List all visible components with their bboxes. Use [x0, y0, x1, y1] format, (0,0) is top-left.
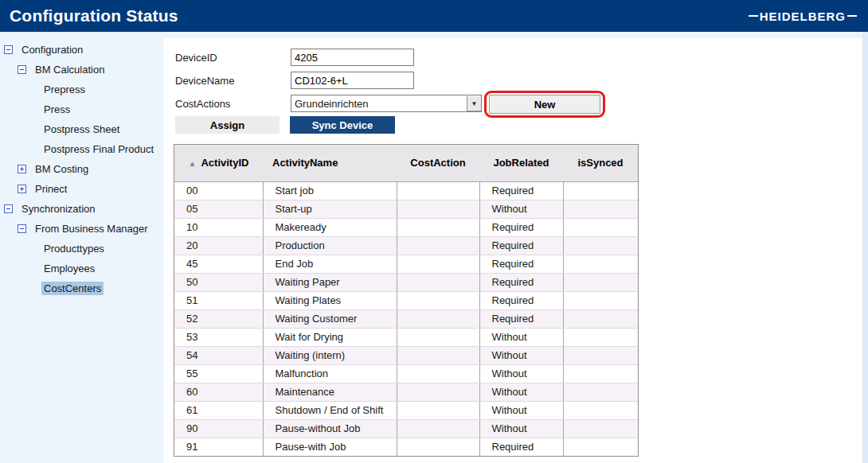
- combo-dropdown-arrow-icon[interactable]: ▼: [467, 95, 481, 111]
- table-cell: 91: [174, 438, 263, 456]
- table-cell: [563, 346, 638, 364]
- table-row[interactable]: 55MalfunctionWithout: [174, 364, 638, 383]
- table-row[interactable]: 52Waiting CustomerRequired: [174, 309, 638, 328]
- table-row[interactable]: 53Wait for DryingWithout: [174, 328, 638, 346]
- logo-text: HEIDELBERG: [760, 10, 846, 23]
- table-row[interactable]: 51Waiting PlatesRequired: [174, 291, 638, 309]
- activities-table: ▲ActivityID ActivityName CostAction JobR…: [174, 144, 639, 457]
- device-id-input[interactable]: [291, 49, 414, 66]
- table-cell: 51: [174, 291, 263, 309]
- tree-item-label: Postpress Sheet: [41, 123, 122, 136]
- sidebar-item-postpress-final-product[interactable]: Postpress Final Product: [0, 139, 163, 159]
- sidebar-item-configuration[interactable]: Configuration: [0, 40, 163, 60]
- tree-item-label: CostCenters: [41, 282, 104, 295]
- collapse-minus-icon[interactable]: [4, 204, 13, 213]
- collapse-minus-icon[interactable]: [4, 45, 13, 54]
- table-cell: Required: [479, 273, 563, 291]
- table-cell: 54: [174, 346, 263, 364]
- collapse-minus-icon[interactable]: [18, 224, 26, 233]
- table-cell: [563, 200, 638, 218]
- table-row[interactable]: 91Pause-with JobRequired: [174, 438, 638, 456]
- expand-plus-icon[interactable]: [18, 185, 26, 193]
- sidebar-item-bm-costing[interactable]: BM Costing: [0, 159, 163, 179]
- column-header-activity-name[interactable]: ActivityName: [263, 145, 397, 181]
- table-cell: [397, 419, 479, 438]
- table-cell: Required: [479, 218, 563, 236]
- table-cell: [563, 328, 638, 346]
- sidebar-item-costcenters[interactable]: CostCenters: [0, 278, 163, 298]
- table-row[interactable]: 20ProductionRequired: [174, 236, 638, 255]
- table-cell: [563, 309, 638, 328]
- table-row[interactable]: 90Pause-without JobWithout: [174, 419, 638, 438]
- table-cell: Waiting Customer: [263, 309, 397, 328]
- table-cell: [397, 218, 479, 236]
- table-cell: Waiting Plates: [263, 291, 397, 309]
- sidebar-item-from-business-manager[interactable]: From Business Manager: [0, 219, 163, 239]
- table-cell: Maintenance: [263, 383, 397, 401]
- sidebar-item-press[interactable]: Press: [0, 99, 163, 119]
- device-name-input[interactable]: [291, 72, 414, 89]
- table-cell: [397, 383, 479, 401]
- page-title: Configuration Status: [10, 6, 178, 25]
- collapse-minus-icon[interactable]: [18, 65, 26, 74]
- table-cell: [563, 255, 638, 273]
- device-name-label: DeviceName: [175, 75, 234, 87]
- table-cell: [397, 328, 479, 346]
- table-row[interactable]: 45End JobRequired: [174, 255, 638, 273]
- table-cell: 45: [174, 255, 263, 273]
- table-row[interactable]: 05Start-upWithout: [174, 200, 638, 218]
- table-row[interactable]: 50Waiting PaperRequired: [174, 273, 638, 291]
- expand-plus-icon[interactable]: [18, 165, 26, 173]
- column-header-activity-id[interactable]: ▲ActivityID: [174, 145, 263, 181]
- sidebar-item-prepress[interactable]: Prepress: [0, 80, 163, 99]
- heidelberg-logo: HEIDELBERG: [749, 10, 857, 23]
- table-cell: 20: [174, 236, 263, 255]
- column-header-job-related[interactable]: JobRelated: [479, 145, 563, 181]
- table-cell: [563, 218, 638, 236]
- sidebar-item-employees[interactable]: Employees: [0, 259, 163, 278]
- table-cell: Required: [479, 291, 563, 309]
- table-cell: Pause-with Job: [263, 438, 397, 456]
- table-row[interactable]: 60MaintenanceWithout: [174, 383, 638, 401]
- table-cell: End Job: [263, 255, 397, 273]
- table-cell: 60: [174, 383, 263, 401]
- column-header-is-synced[interactable]: isSynced: [563, 145, 638, 181]
- table-row[interactable]: 00Start jobRequired: [174, 181, 638, 200]
- tree-item-label: Press: [41, 103, 72, 116]
- cost-actions-select[interactable]: Grundeinrichten ▼: [291, 95, 482, 112]
- table-cell: [397, 236, 479, 255]
- table-cell: Without: [479, 364, 563, 383]
- table-cell: [563, 383, 638, 401]
- table-row[interactable]: 10MakereadyRequired: [174, 218, 638, 236]
- table-cell: Required: [479, 181, 563, 200]
- sidebar-item-bm-calculation[interactable]: BM Calculation: [0, 60, 163, 80]
- sidebar-item-synchronization[interactable]: Synchronization: [0, 199, 163, 219]
- sync-device-button[interactable]: Sync Device: [290, 116, 395, 134]
- sidebar-item-producttypes[interactable]: Producttypes: [0, 239, 163, 259]
- table-cell: [563, 291, 638, 309]
- table-cell: Without: [479, 328, 563, 346]
- table-cell: [563, 401, 638, 419]
- column-header-cost-action[interactable]: CostAction: [397, 145, 479, 181]
- cost-actions-label: CostActions: [175, 98, 230, 110]
- sidebar-item-prinect[interactable]: Prinect: [0, 179, 163, 199]
- table-row[interactable]: 61Shutdown / End of ShiftWithout: [174, 401, 638, 419]
- table-cell: Wait for Drying: [263, 328, 397, 346]
- table-cell: [563, 419, 638, 438]
- table-cell: [397, 401, 479, 419]
- table-cell: Start job: [263, 181, 397, 200]
- table-cell: 53: [174, 328, 263, 346]
- table-cell: [563, 438, 638, 456]
- new-button[interactable]: New: [489, 95, 600, 114]
- table-cell: Production: [263, 236, 397, 255]
- table-cell: Required: [479, 236, 563, 255]
- table-cell: [563, 181, 638, 200]
- table-cell: [397, 364, 479, 383]
- table-cell: [397, 438, 479, 456]
- assign-button[interactable]: Assign: [175, 116, 280, 134]
- logo-left-bar: [749, 15, 758, 17]
- table-cell: Required: [479, 309, 563, 328]
- sidebar-item-postpress-sheet[interactable]: Postpress Sheet: [0, 119, 163, 139]
- table-row[interactable]: 54Waiting (intern)Without: [174, 346, 638, 364]
- navigation-tree: ConfigurationBM CalculationPrepressPress…: [0, 40, 163, 298]
